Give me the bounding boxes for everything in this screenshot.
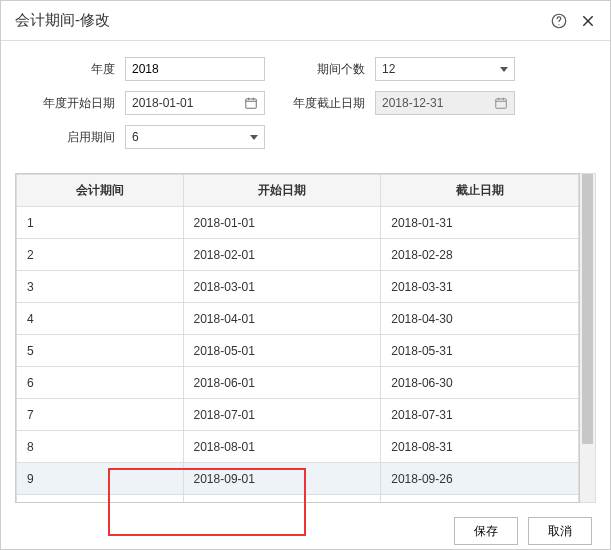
start-date-input[interactable]: 2018-01-01 [125, 91, 265, 115]
cell-start: 2018-02-01 [183, 239, 381, 271]
cell-start: 2018-07-01 [183, 399, 381, 431]
enable-period-value: 6 [132, 130, 139, 144]
calendar-icon [494, 96, 508, 110]
table-row[interactable]: 22018-02-012018-02-28 [17, 239, 579, 271]
cell-end: 2018-10-26 [381, 495, 579, 504]
cell-end: 2018-09-26 [381, 463, 579, 495]
cell-start: 2018-03-01 [183, 271, 381, 303]
cell-end: 2018-06-30 [381, 367, 579, 399]
cell-end: 2018-08-31 [381, 431, 579, 463]
cell-start: 2018-05-01 [183, 335, 381, 367]
cell-start: 2018-06-01 [183, 367, 381, 399]
close-icon[interactable] [580, 13, 596, 29]
table-row[interactable]: 102018-09-272018-10-26 [17, 495, 579, 504]
cell-period: 3 [17, 271, 184, 303]
cell-end: 2018-07-31 [381, 399, 579, 431]
vertical-scrollbar[interactable] [580, 173, 596, 503]
end-date-value: 2018-12-31 [382, 96, 443, 110]
table-row[interactable]: 12018-01-012018-01-31 [17, 207, 579, 239]
cell-period: 9 [17, 463, 184, 495]
cell-end: 2018-03-31 [381, 271, 579, 303]
enable-period-label: 启用期间 [25, 129, 115, 146]
save-button[interactable]: 保存 [454, 517, 518, 545]
svg-point-1 [558, 24, 559, 25]
chevron-down-icon [500, 67, 508, 72]
cell-period: 5 [17, 335, 184, 367]
scroll-thumb[interactable] [582, 174, 593, 444]
cell-end: 2018-01-31 [381, 207, 579, 239]
table-row[interactable]: 82018-08-012018-08-31 [17, 431, 579, 463]
cell-period: 10 [17, 495, 184, 504]
cell-start: 2018-01-01 [183, 207, 381, 239]
cell-start: 2018-09-01 [183, 463, 381, 495]
help-icon[interactable] [550, 12, 568, 30]
cell-period: 2 [17, 239, 184, 271]
table-row[interactable]: 62018-06-012018-06-30 [17, 367, 579, 399]
dialog-title: 会计期间-修改 [15, 11, 110, 30]
cell-period: 1 [17, 207, 184, 239]
col-start: 开始日期 [183, 175, 381, 207]
cell-end: 2018-04-30 [381, 303, 579, 335]
cancel-button[interactable]: 取消 [528, 517, 592, 545]
cell-period: 7 [17, 399, 184, 431]
table-row[interactable]: 92018-09-012018-09-26 [17, 463, 579, 495]
cell-start: 2018-04-01 [183, 303, 381, 335]
period-count-label: 期间个数 [285, 61, 365, 78]
svg-rect-2 [246, 99, 257, 108]
table-row[interactable]: 72018-07-012018-07-31 [17, 399, 579, 431]
end-date-label: 年度截止日期 [285, 95, 365, 112]
calendar-icon [244, 96, 258, 110]
start-date-value: 2018-01-01 [132, 96, 193, 110]
cell-start: 2018-08-01 [183, 431, 381, 463]
enable-period-select[interactable]: 6 [125, 125, 265, 149]
col-end: 截止日期 [381, 175, 579, 207]
table-row[interactable]: 42018-04-012018-04-30 [17, 303, 579, 335]
cell-start: 2018-09-27 [183, 495, 381, 504]
cell-end: 2018-02-28 [381, 239, 579, 271]
cell-period: 8 [17, 431, 184, 463]
end-date-input: 2018-12-31 [375, 91, 515, 115]
cell-period: 4 [17, 303, 184, 335]
period-count-value: 12 [382, 62, 395, 76]
table-row[interactable]: 52018-05-012018-05-31 [17, 335, 579, 367]
col-period: 会计期间 [17, 175, 184, 207]
year-label: 年度 [25, 61, 115, 78]
year-input[interactable] [125, 57, 265, 81]
start-date-label: 年度开始日期 [25, 95, 115, 112]
chevron-down-icon [250, 135, 258, 140]
period-count-select[interactable]: 12 [375, 57, 515, 81]
periods-table: 会计期间 开始日期 截止日期 12018-01-012018-01-312201… [15, 173, 580, 503]
svg-rect-3 [496, 99, 507, 108]
cell-period: 6 [17, 367, 184, 399]
cell-end: 2018-05-31 [381, 335, 579, 367]
table-row[interactable]: 32018-03-012018-03-31 [17, 271, 579, 303]
